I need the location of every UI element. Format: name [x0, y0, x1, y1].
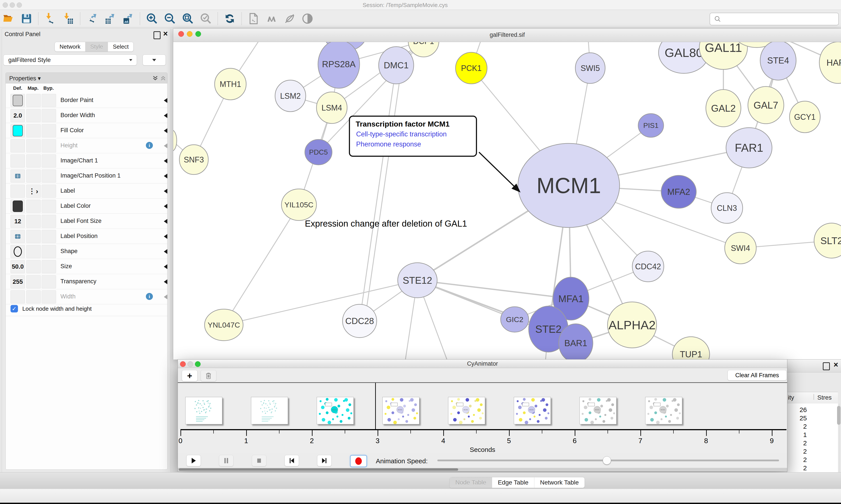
expand-property-icon[interactable]: [164, 159, 167, 163]
animation-speed-thumb[interactable]: [603, 456, 611, 465]
zoom-selected-icon[interactable]: [199, 12, 212, 25]
bypass-value-cell[interactable]: [42, 94, 56, 107]
export-table-icon[interactable]: [104, 12, 117, 25]
zoom-out-icon[interactable]: [164, 12, 176, 25]
frame-thumbnail-1[interactable]: [251, 397, 288, 424]
property-row[interactable]: ⋮›Label: [6, 183, 167, 199]
expand-property-icon[interactable]: [164, 204, 167, 209]
annotation-arrow[interactable]: [479, 152, 517, 189]
expand-property-icon[interactable]: [164, 128, 167, 133]
default-value-cell[interactable]: [11, 154, 25, 167]
cyanimator-titlebar[interactable]: CyAnimator: [178, 360, 787, 368]
network-edge[interactable]: [224, 280, 417, 325]
bypass-value-cell[interactable]: [42, 245, 56, 258]
property-row[interactable]: 255Transparency: [6, 274, 167, 289]
table-cell-value[interactable]: 26: [787, 406, 807, 414]
bypass-value-cell[interactable]: [42, 124, 56, 137]
mapping-value-cell[interactable]: [26, 230, 41, 243]
close-panel-icon[interactable]: ×: [163, 31, 168, 37]
network-node-left-sliver[interactable]: [173, 130, 177, 151]
window-close-icon[interactable]: [3, 2, 8, 8]
expand-property-icon[interactable]: [164, 113, 167, 118]
default-value-cell[interactable]: [11, 184, 25, 198]
add-frame-button[interactable]: +: [182, 370, 198, 381]
table-cell-value[interactable]: 2: [787, 448, 807, 455]
clear-all-frames-button[interactable]: Clear All Frames: [728, 370, 787, 380]
network-canvas[interactable]: RPS28ADMC1DCP1PCK1MTH1LSM2LSM4SWI5GAL80G…: [173, 42, 841, 360]
property-row[interactable]: 2.0Border Width: [6, 108, 167, 123]
window-zoom-icon[interactable]: [17, 2, 22, 8]
open-session-icon[interactable]: [2, 12, 15, 25]
info-icon[interactable]: i: [146, 293, 153, 300]
style-selector[interactable]: galFiltered Style: [3, 55, 137, 66]
default-value-cell[interactable]: 50.0: [11, 260, 25, 273]
mapping-value-cell[interactable]: [26, 275, 41, 288]
bypass-value-cell[interactable]: [42, 109, 56, 122]
bypass-value-cell[interactable]: [42, 169, 56, 183]
bypass-value-cell[interactable]: [42, 184, 56, 198]
property-row[interactable]: 12Label Font Size: [6, 214, 167, 229]
default-value-cell[interactable]: [11, 290, 25, 303]
window-minimize-icon[interactable]: [10, 2, 15, 8]
frame-thumbnail-4[interactable]: MCM1: [448, 397, 485, 424]
tab-select[interactable]: Select: [108, 42, 133, 51]
expand-property-icon[interactable]: [164, 98, 167, 103]
frame-thumbnail-2[interactable]: MCM1: [317, 397, 354, 424]
close-panel-icon[interactable]: ×: [834, 361, 838, 368]
expand-property-icon[interactable]: [164, 234, 167, 239]
table-cell-value[interactable]: 25: [787, 414, 807, 422]
skip-start-button[interactable]: [285, 455, 299, 466]
default-value-cell[interactable]: [11, 139, 25, 152]
lock-size-checkbox[interactable]: ✓: [11, 305, 18, 312]
playhead[interactable]: [375, 383, 376, 429]
zoom-fit-icon[interactable]: [182, 12, 194, 25]
bypass-value-cell[interactable]: [42, 200, 56, 213]
timeline-scrollbar-thumb[interactable]: [179, 468, 458, 471]
table-cell-value[interactable]: 2: [787, 439, 807, 447]
tab-network[interactable]: Network: [55, 42, 85, 51]
export-image-icon[interactable]: [122, 12, 135, 25]
delete-frame-button[interactable]: [201, 370, 216, 381]
frame-thumbnail-7[interactable]: MCM1: [645, 397, 682, 424]
tab-node-table[interactable]: Node Table: [450, 477, 492, 488]
style-options-button[interactable]: [143, 55, 166, 66]
mapping-value-cell[interactable]: [26, 94, 41, 107]
default-value-cell[interactable]: [11, 200, 25, 213]
expand-property-icon[interactable]: [164, 280, 167, 284]
annotation-link-2[interactable]: Pheromone response: [356, 140, 421, 148]
property-row[interactable]: Image/Chart Position 1: [6, 168, 167, 183]
expand-property-icon[interactable]: [164, 249, 167, 254]
frame-thumbnail-6[interactable]: MCM1: [579, 397, 616, 424]
table-panel-titlebar[interactable]: ×: [787, 360, 841, 373]
network-window-titlebar[interactable]: galFiltered.sif: [173, 29, 841, 42]
bypass-value-cell[interactable]: [42, 275, 56, 288]
mapping-value-cell[interactable]: [26, 154, 41, 167]
default-value-cell[interactable]: 2.0: [11, 109, 25, 122]
frame-thumbnail-5[interactable]: MCM1: [514, 397, 551, 424]
default-value-cell[interactable]: [11, 94, 25, 107]
pause-button[interactable]: [219, 455, 233, 466]
property-row[interactable]: Heighti: [6, 138, 167, 153]
play-button[interactable]: [186, 455, 201, 466]
tab-network-table[interactable]: Network Table: [534, 477, 585, 488]
zoom-in-icon[interactable]: [146, 12, 158, 25]
annotation-box[interactable]: Transcription factor MCM1 Cell-type-spec…: [349, 115, 477, 157]
export-network-icon[interactable]: [86, 12, 99, 25]
network-edge[interactable]: [360, 65, 396, 321]
frame-thumbnail-0[interactable]: [185, 397, 222, 424]
record-button[interactable]: [350, 455, 367, 467]
table-cell-value[interactable]: 2: [787, 464, 807, 472]
bypass-value-cell[interactable]: [42, 215, 56, 228]
default-value-cell[interactable]: 255: [11, 275, 25, 288]
expand-all-icon[interactable]: [152, 75, 159, 82]
save-session-icon[interactable]: [20, 12, 33, 25]
mapping-value-cell[interactable]: [26, 200, 41, 213]
expand-property-icon[interactable]: [164, 294, 167, 299]
network-edge[interactable]: [224, 205, 299, 325]
hide-annotations-icon[interactable]: [283, 12, 296, 25]
info-icon[interactable]: i: [146, 142, 153, 149]
bypass-value-cell[interactable]: [42, 154, 56, 167]
table-scrollbar-thumb[interactable]: [837, 406, 841, 425]
expand-property-icon[interactable]: [164, 189, 167, 194]
mapping-value-cell[interactable]: [26, 169, 41, 183]
